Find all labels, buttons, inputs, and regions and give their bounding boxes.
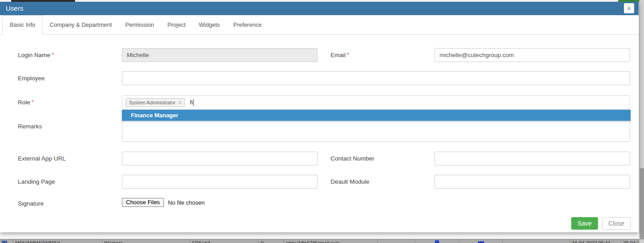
close-icon[interactable]: × [624, 3, 634, 13]
table-cell-flag[interactable] [415, 239, 459, 243]
modal-title: Users [6, 2, 23, 15]
employee-field[interactable] [122, 71, 630, 85]
modal-footer: Save Close [0, 217, 631, 230]
basic-info-form: Login Name* Email* Employee Role* System… [0, 35, 639, 232]
login-name-label: Login Name* [18, 48, 54, 62]
table-cell-date-modified: 29-04-2022 07 [621, 239, 639, 243]
role-label: Role* [18, 95, 33, 109]
save-button[interactable]: Save [571, 217, 598, 230]
email-field[interactable] [435, 48, 630, 62]
external-app-url-field[interactable] [122, 152, 318, 165]
table-cell-count: 0 [259, 239, 284, 243]
remove-tag-icon[interactable]: × [179, 100, 181, 105]
role-multiselect[interactable]: System Administrator × fi [122, 95, 630, 109]
background-strip [0, 232, 639, 239]
background-table-row: ✓ MOHAMMADABDUL Workers EPSub3 0 alimudd… [0, 239, 639, 243]
table-cell-email: alimuddin67@gmail.com [284, 239, 378, 243]
deault-module-label: Deault Module [330, 175, 369, 189]
role-autocomplete-dropdown: Finance Manager [122, 110, 631, 121]
table-cell-checkbox[interactable]: ✓ [0, 239, 13, 243]
employee-label: Employee [18, 71, 45, 85]
flag-icon[interactable] [435, 240, 439, 243]
modal-header: Users × [0, 2, 639, 15]
role-tag-system-administrator: System Administrator × [125, 98, 185, 107]
table-cell-name: MOHAMMADABDUL [13, 239, 103, 243]
required-asterisk: * [347, 52, 349, 58]
table-cell-date-created: 24-04-2022 05:41 [570, 239, 621, 243]
signature-file-input[interactable]: Choose Files No file chosen [122, 198, 205, 207]
tab-basic-info[interactable]: Basic Info [2, 15, 43, 35]
tab-preference[interactable]: Preference [226, 15, 268, 34]
scrollbar-thumb[interactable] [640, 168, 644, 239]
role-typed-text[interactable]: fi [190, 99, 193, 106]
text-caret [193, 99, 194, 106]
deault-module-field[interactable] [435, 175, 630, 189]
login-name-field[interactable] [122, 48, 318, 62]
tab-company-department[interactable]: Company & Department [43, 15, 118, 34]
contact-number-field[interactable] [435, 152, 630, 165]
email-label: Email* [330, 48, 349, 62]
choose-files-button[interactable]: Choose Files [122, 198, 164, 207]
landing-page-field[interactable] [122, 175, 318, 189]
contact-number-label: Contact Number [330, 152, 374, 165]
dropdown-option-finance-manager[interactable]: Finance Manager [122, 110, 631, 121]
table-cell-spacer [378, 239, 415, 243]
tab-bar: Basic Info Company & Department Permissi… [0, 15, 639, 35]
external-app-url-label: External App URL [18, 152, 66, 165]
users-modal: Users × Basic Info Company & Department … [0, 2, 639, 232]
people-icon[interactable] [478, 241, 484, 243]
tab-project[interactable]: Project [161, 15, 192, 34]
tab-permission[interactable]: Permission [119, 15, 161, 34]
file-chosen-status: No file chosen [168, 199, 205, 206]
remarks-label: Remarks [18, 119, 42, 133]
table-cell-company: EPSub3 [190, 239, 259, 243]
close-button[interactable]: Close [602, 217, 631, 230]
table-cell-user-type: Workers [103, 239, 190, 243]
table-cell-spacer [503, 239, 570, 243]
tab-widgets[interactable]: Widgets [192, 15, 226, 34]
required-asterisk: * [52, 52, 54, 58]
landing-page-label: Landing Page [18, 175, 55, 189]
required-asterisk: * [32, 99, 34, 105]
signature-label: Signature [18, 197, 44, 210]
page-root: ✓ MOHAMMADABDUL Workers EPSub3 0 alimudd… [0, 0, 644, 243]
table-cell-people[interactable] [459, 239, 503, 243]
checkbox-icon[interactable]: ✓ [2, 241, 7, 243]
page-scrollbar[interactable] [639, 0, 644, 243]
